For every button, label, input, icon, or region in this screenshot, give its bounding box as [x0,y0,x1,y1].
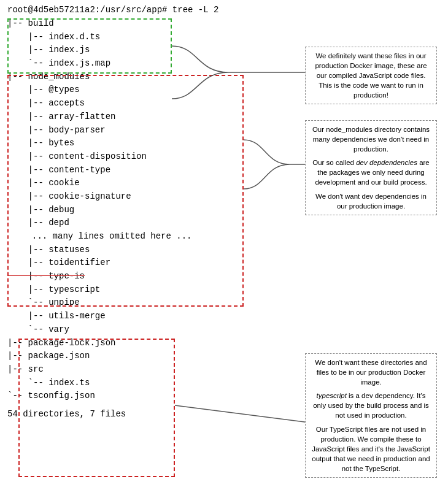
annotation-bottom: We don't want these directories and file… [305,353,437,478]
annotation-bottom-p1: We don't want these directories and file… [311,358,431,387]
prompt-line: root@4d5eb57211a2:/usr/src/app# tree -L … [7,5,441,15]
tree-line-24: |-- package-lock.json [7,337,441,350]
tree-line-18: |-- toidentifier [7,256,441,270]
annotation-bottom-p3: Our TypeScript files are not used in pro… [311,424,431,473]
tree-line-22: |-- utils-merge [7,310,441,323]
annotation-node-p3: We don't want dev dependencies in our pr… [311,191,431,211]
tree-line-23: `-- vary [7,323,441,337]
tree-line-19: |-- type-is [7,270,441,283]
typescript-italic: typescript [317,392,347,399]
tree-line-17: |-- statuses [7,243,441,257]
tree-line-1: |-- build [7,17,441,31]
annotation-node-modules: Our node_modules directory contains many… [305,120,437,215]
tree-line-20: |-- typescript [7,283,441,297]
annotation-node-p1: Our node_modules directory contains many… [311,124,431,154]
annotation-bottom-p2: typescript is a dev dependency. It's onl… [311,391,431,420]
annotation-build: We definitely want these files in our pr… [305,47,437,104]
terminal-output: root@4d5eb57211a2:/usr/src/app# tree -L … [7,5,441,419]
tree-line-omit: ... many lines omitted here ... [32,230,441,243]
annotation-node-p2: Our so called dev depdendencies are the … [311,158,431,187]
tree-line-2: |-- index.d.ts [7,31,441,44]
tree-line-16: |-- depd [7,216,441,230]
tree-container: |-- build |-- index.d.ts |-- index.js `-… [7,17,441,403]
tree-line-21: `-- unpipe [7,296,441,310]
annotation-build-text: We definitely want these files in our pr… [315,52,427,99]
